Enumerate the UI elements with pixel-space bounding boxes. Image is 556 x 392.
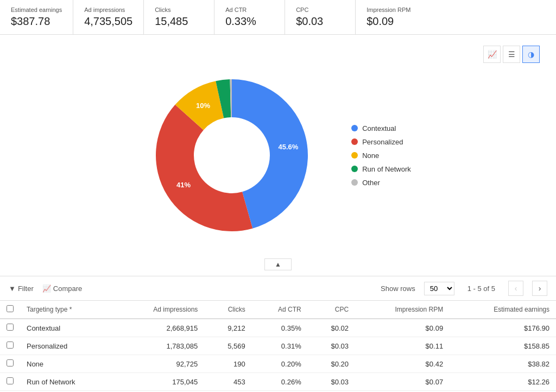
segment-label-none: 10% [196, 102, 210, 110]
page-info: 1 - 5 of 5 [467, 284, 495, 293]
legend-label: Personalized [362, 138, 403, 146]
filter-label: Filter [18, 284, 34, 293]
legend-dot [351, 152, 358, 159]
row-value: $0.03 [308, 373, 355, 391]
compare-label: Compare [53, 284, 82, 293]
legend-dot [351, 125, 358, 131]
metric-label: CPC [296, 7, 344, 13]
row-value: $0.11 [355, 337, 450, 355]
table-row: Personalized1,783,0855,5690.31%$0.03$0.1… [0, 337, 556, 355]
metric-value: 0.33% [225, 15, 274, 28]
table-row: Run of Network175,0454530.26%$0.03$0.07$… [0, 373, 556, 391]
chart-container: 45.6%41%10% Contextual Personalized None… [16, 68, 540, 242]
legend-label: None [362, 151, 379, 160]
legend-label: Run of Network [362, 165, 411, 173]
row-name: Run of Network [20, 373, 116, 391]
chart-controls: 📈 ☰ ◑ [16, 46, 540, 63]
col-header: Targeting type * [20, 301, 116, 319]
segment-label-contextual: 45.6% [279, 143, 299, 151]
row-value: 175,045 [116, 373, 205, 391]
line-chart-btn[interactable]: 📈 [483, 46, 501, 63]
metric-cell: CPC $0.03 [285, 0, 356, 34]
row-value: $0.09 [355, 319, 450, 337]
table-chart-btn[interactable]: ☰ [503, 46, 520, 63]
filter-icon: ▼ [9, 284, 16, 293]
segment-label-personalized: 41% [176, 181, 191, 189]
col-header: Estimated earnings [450, 301, 556, 319]
row-value: $12.26 [450, 373, 556, 391]
metric-label: Estimated earnings [11, 7, 62, 13]
row-value: $0.20 [308, 355, 355, 373]
metric-value: 4,735,505 [84, 15, 132, 28]
prev-page-btn[interactable]: ‹ [508, 281, 523, 296]
row-value: $0.03 [308, 337, 355, 355]
row-value: $158.85 [450, 337, 556, 355]
metric-value: $387.78 [11, 15, 62, 28]
row-value: 190 [204, 355, 251, 373]
metric-cell: Ad CTR 0.33% [214, 0, 285, 34]
row-checkbox[interactable] [7, 324, 14, 331]
row-value: $0.42 [355, 355, 450, 373]
row-value: 453 [204, 373, 251, 391]
row-checkbox[interactable] [7, 342, 14, 349]
row-checkbox[interactable] [7, 359, 14, 366]
col-header: Clicks [204, 301, 251, 319]
collapse-btn[interactable]: ▲ [264, 258, 292, 270]
row-value: 0.31% [252, 337, 308, 355]
metric-label: Ad CTR [225, 7, 274, 13]
table-row: None92,7251900.20%$0.20$0.42$38.82 [0, 355, 556, 373]
chart-area: 📈 ☰ ◑ 45.6%41%10% Contextual Personalize… [0, 35, 556, 253]
row-value: 5,569 [204, 337, 251, 355]
legend-item: Run of Network [351, 165, 411, 173]
metric-cell: Clicks 15,485 [144, 0, 214, 34]
legend-item: Contextual [351, 124, 411, 132]
legend-label: Other [362, 179, 380, 187]
metric-value: $0.03 [296, 15, 344, 28]
metric-cell: Ad impressions 4,735,505 [73, 0, 144, 34]
compare-btn[interactable]: 📈 Compare [42, 284, 82, 293]
col-header: Impression RPM [355, 301, 450, 319]
row-name: Personalized [20, 337, 116, 355]
row-checkbox[interactable] [7, 377, 14, 384]
data-table: Targeting type *Ad impressionsClicksAd C… [0, 301, 556, 392]
table-toolbar: ▼ Filter 📈 Compare Show rows 50 100 200 … [0, 276, 556, 301]
show-rows-label: Show rows [381, 284, 415, 293]
filter-btn[interactable]: ▼ Filter [9, 284, 34, 293]
row-value: $0.02 [308, 319, 355, 337]
pie-chart-btn[interactable]: ◑ [522, 46, 540, 63]
legend-label: Contextual [362, 124, 396, 132]
row-value: 0.35% [252, 319, 308, 337]
metric-label: Clicks [155, 7, 203, 13]
legend-dot [351, 166, 358, 172]
select-all-checkbox[interactable] [7, 305, 14, 312]
collapse-row: ▲ [0, 258, 556, 270]
row-value: 2,668,915 [116, 319, 205, 337]
row-value: 1,783,085 [116, 337, 205, 355]
row-value: 0.26% [252, 373, 308, 391]
row-value: 92,725 [116, 355, 205, 373]
row-name: None [20, 355, 116, 373]
col-header: Ad CTR [252, 301, 308, 319]
row-value: 9,212 [204, 319, 251, 337]
table-area: ▼ Filter 📈 Compare Show rows 50 100 200 … [0, 276, 556, 392]
row-value: $38.82 [450, 355, 556, 373]
row-name: Contextual [20, 319, 116, 337]
legend-dot [351, 179, 358, 186]
col-header: CPC [308, 301, 355, 319]
legend-dot [351, 138, 358, 145]
metric-value: $0.09 [367, 15, 415, 28]
next-page-btn[interactable]: › [532, 281, 547, 296]
metric-cell: Estimated earnings $387.78 [0, 0, 73, 34]
rows-select[interactable]: 50 100 200 [424, 282, 454, 295]
legend-item: Personalized [351, 138, 411, 146]
donut-chart: 45.6%41%10% [145, 68, 319, 242]
metric-cell: Impression RPM $0.09 [356, 0, 426, 34]
row-value: $0.07 [355, 373, 450, 391]
metric-label: Impression RPM [367, 7, 415, 13]
compare-icon: 📈 [42, 284, 51, 293]
metric-value: 15,485 [155, 15, 203, 28]
legend-item: Other [351, 179, 411, 187]
metric-label: Ad impressions [84, 7, 132, 13]
metrics-bar: Estimated earnings $387.78 Ad impression… [0, 0, 556, 35]
chart-legend: Contextual Personalized None Run of Netw… [351, 124, 411, 187]
